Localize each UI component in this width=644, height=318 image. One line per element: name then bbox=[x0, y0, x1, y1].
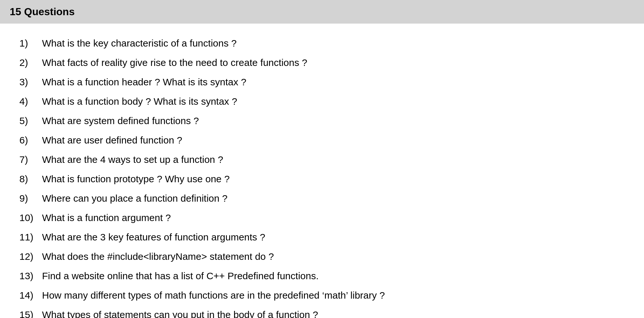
list-item: 7)What are the 4 ways to set up a functi… bbox=[19, 153, 625, 166]
list-item: 2)What facts of reality give rise to the… bbox=[19, 56, 625, 69]
page-title: 15 Questions bbox=[10, 6, 75, 17]
list-item: 9)Where can you place a function definit… bbox=[19, 192, 625, 205]
question-text: What is a function argument ? bbox=[42, 211, 625, 225]
question-text: What facts of reality give rise to the n… bbox=[42, 56, 625, 69]
question-text: What is a function body ? What is its sy… bbox=[42, 95, 625, 108]
list-item: 14)How many different types of math func… bbox=[19, 289, 625, 302]
list-item: 10)What is a function argument ? bbox=[19, 211, 625, 225]
question-text: What are the 3 key features of function … bbox=[42, 230, 625, 244]
list-item: 11)What are the 3 key features of functi… bbox=[19, 230, 625, 244]
question-text: What is function prototype ? Why use one… bbox=[42, 172, 625, 186]
header-bar: 15 Questions bbox=[0, 0, 644, 24]
list-item: 12)What does the #include<libraryName> s… bbox=[19, 250, 625, 263]
question-text: What are system defined functions ? bbox=[42, 114, 625, 128]
question-number: 9) bbox=[19, 192, 42, 205]
list-item: 6)What are user defined function ? bbox=[19, 133, 625, 147]
question-number: 6) bbox=[19, 133, 42, 147]
question-number: 11) bbox=[19, 230, 42, 244]
question-number: 12) bbox=[19, 250, 42, 263]
list-item: 8)What is function prototype ? Why use o… bbox=[19, 172, 625, 186]
question-text: What is the key characteristic of a func… bbox=[42, 37, 625, 50]
question-number: 5) bbox=[19, 114, 42, 128]
list-item: 1)What is the key characteristic of a fu… bbox=[19, 37, 625, 50]
question-number: 14) bbox=[19, 289, 42, 302]
question-number: 4) bbox=[19, 95, 42, 108]
question-text: What types of statements can you put in … bbox=[42, 308, 625, 318]
list-item: 15)What types of statements can you put … bbox=[19, 308, 625, 318]
question-number: 1) bbox=[19, 37, 42, 50]
question-number: 15) bbox=[19, 308, 42, 318]
list-item: 13)Find a website online that has a list… bbox=[19, 269, 625, 283]
list-item: 5)What are system defined functions ? bbox=[19, 114, 625, 128]
question-text: Find a website online that has a list of… bbox=[42, 269, 625, 283]
question-number: 7) bbox=[19, 153, 42, 166]
question-text: How many different types of math functio… bbox=[42, 289, 625, 302]
question-number: 13) bbox=[19, 269, 42, 283]
question-number: 8) bbox=[19, 172, 42, 186]
question-text: Where can you place a function definitio… bbox=[42, 192, 625, 205]
question-number: 2) bbox=[19, 56, 42, 69]
question-text: What does the #include<libraryName> stat… bbox=[42, 250, 625, 263]
question-text: What is a function header ? What is its … bbox=[42, 75, 625, 89]
list-item: 4)What is a function body ? What is its … bbox=[19, 95, 625, 108]
question-number: 3) bbox=[19, 75, 42, 89]
question-text: What are user defined function ? bbox=[42, 133, 625, 147]
question-text: What are the 4 ways to set up a function… bbox=[42, 153, 625, 166]
question-number: 10) bbox=[19, 211, 42, 225]
questions-list: 1)What is the key characteristic of a fu… bbox=[0, 33, 644, 318]
list-item: 3)What is a function header ? What is it… bbox=[19, 75, 625, 89]
